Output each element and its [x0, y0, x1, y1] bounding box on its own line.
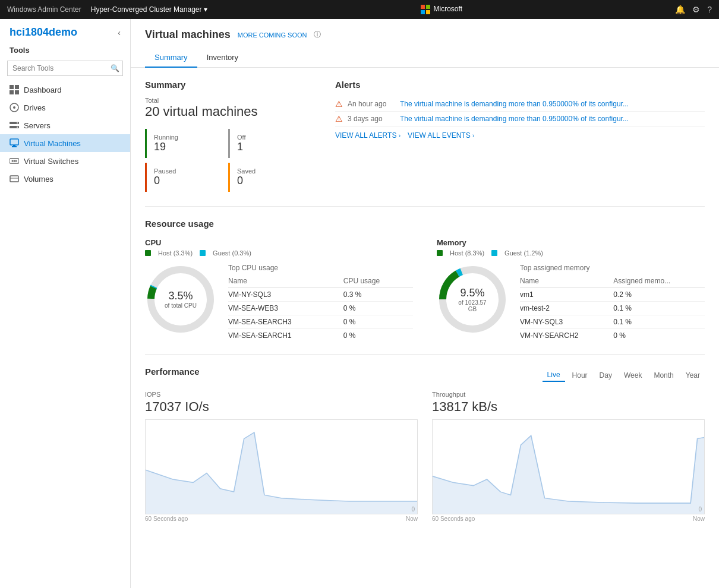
cpu-content: 3.5% of total CPU Top CPU usage Name: [145, 264, 413, 342]
time-btn-week[interactable]: Week: [619, 369, 647, 382]
cpu-guest-legend-dot: [200, 250, 206, 256]
memory-row-name: VM-NY-SEARCH2: [520, 329, 613, 343]
cpu-row-name: VM-SEA-SEARCH3: [228, 315, 343, 329]
more-coming-label[interactable]: MORE COMING SOON: [238, 31, 307, 39]
memory-legend: Host (8.3%) Guest (1.2%): [437, 249, 705, 257]
stat-saved-label: Saved: [237, 167, 299, 175]
sidebar-item-drives-label: Drives: [24, 103, 46, 112]
memory-col-name: Name: [520, 276, 613, 288]
memory-donut-sub: of 1023.57 GB: [455, 299, 490, 312]
cpu-table-row: VM-SEA-SEARCH10 %: [228, 329, 413, 343]
topbar: Windows Admin Center Hyper-Converged Clu…: [0, 0, 719, 19]
cpu-table-row: VM-NY-SQL30.3 %: [228, 288, 413, 302]
alert-text-2[interactable]: The virtual machine is demanding more th…: [400, 115, 705, 123]
servers-icon: [10, 121, 19, 130]
iops-label: IOPS: [145, 391, 418, 398]
dashboard-icon: [10, 85, 19, 94]
summary-left: Summary Total 20 virtual machines Runnin…: [145, 80, 311, 194]
alert-links: VIEW ALL ALERTS › VIEW ALL EVENTS ›: [335, 131, 705, 140]
search-icon: 🔍: [111, 64, 119, 72]
memory-section: Memory Host (8.3%) Guest (1.2%): [437, 238, 705, 342]
alert-time-2: 3 days ago: [348, 115, 395, 123]
svg-rect-21: [10, 176, 18, 182]
cpu-row-value: 0 %: [343, 302, 413, 315]
cpu-top-table: Top CPU usage Name CPU usage VM-NY-SQL30…: [228, 264, 413, 342]
alert-time-1: An hour ago: [348, 100, 395, 108]
tabs: Summary Inventory: [145, 48, 705, 67]
cpu-table-row: VM-SEA-WEB30 %: [228, 302, 413, 315]
cpu-top-table-title: Top CPU usage: [228, 264, 413, 272]
view-all-alerts-link[interactable]: VIEW ALL ALERTS ›: [335, 131, 401, 140]
sidebar-item-servers[interactable]: Servers: [0, 116, 130, 134]
svg-rect-5: [15, 85, 19, 89]
stat-off-value: 1: [237, 141, 299, 153]
iops-chart: 0: [145, 419, 418, 514]
page-header: Virtual machines MORE COMING SOON ⓘ Summ…: [131, 19, 719, 68]
sidebar-item-volumes[interactable]: Volumes: [0, 170, 130, 188]
time-btn-hour[interactable]: Hour: [567, 369, 592, 382]
view-all-events-link[interactable]: VIEW ALL EVENTS ›: [408, 131, 474, 140]
throughput-start-label: 60 Seconds ago: [432, 516, 475, 522]
sidebar-item-dashboard[interactable]: Dashboard: [0, 81, 130, 99]
cpu-table-row: VM-SEA-SEARCH30 %: [228, 315, 413, 329]
perf-cols: IOPS 17037 IO/s 0 60 Seconds ago Now: [145, 391, 705, 522]
stat-saved-value: 0: [237, 175, 299, 187]
topbar-cluster-manager[interactable]: Hyper-Converged Cluster Manager ▾: [91, 5, 208, 14]
page-title: Virtual machines: [145, 29, 231, 41]
search-input[interactable]: [7, 61, 123, 76]
help-icon[interactable]: ?: [707, 5, 712, 14]
sidebar-item-virtual-switches[interactable]: Virtual Switches: [0, 152, 130, 170]
svg-marker-30: [433, 435, 704, 514]
time-btn-month[interactable]: Month: [649, 369, 678, 382]
stat-running: Running 19: [145, 129, 223, 158]
sidebar: hci1804demo ‹ Tools 🔍 Dashboard Drives S…: [0, 19, 131, 588]
time-btn-year[interactable]: Year: [681, 369, 705, 382]
alert-error-icon-2: ⚠: [335, 114, 343, 124]
svg-rect-4: [10, 85, 14, 89]
collapse-button[interactable]: ‹: [118, 28, 121, 37]
tab-inventory[interactable]: Inventory: [197, 48, 248, 68]
settings-icon[interactable]: ⚙: [692, 5, 700, 14]
memory-table-row: VM-NY-SEARCH20 %: [520, 329, 705, 343]
memory-row-name: vm1: [520, 288, 613, 302]
sidebar-item-volumes-label: Volumes: [24, 175, 53, 184]
memory-host-legend-label: Host (8.3%): [450, 249, 484, 257]
memory-guest-legend-dot: [491, 250, 497, 256]
sidebar-item-virtual-switches-label: Virtual Switches: [24, 157, 78, 166]
time-btn-day[interactable]: Day: [595, 369, 617, 382]
perf-title: Performance: [145, 366, 200, 377]
iops-start-label: 60 Seconds ago: [145, 516, 188, 522]
cpu-row-name: VM-SEA-WEB3: [228, 302, 343, 315]
total-count: 20 virtual machines: [145, 104, 311, 119]
main-content: Virtual machines MORE COMING SOON ⓘ Summ…: [131, 19, 719, 588]
cpu-host-legend-label: Host (3.3%): [158, 249, 193, 257]
svg-rect-14: [10, 139, 18, 145]
cpu-guest-legend-label: Guest (0.3%): [213, 249, 251, 257]
throughput-label: Throughput: [432, 391, 705, 398]
svg-marker-29: [146, 432, 417, 514]
alert-error-icon-1: ⚠: [335, 99, 343, 109]
memory-table-row: vm-test-20.1 %: [520, 302, 705, 315]
iops-chart-labels: 60 Seconds ago Now: [145, 516, 418, 522]
volumes-icon: [10, 174, 19, 184]
vm-icon: [10, 138, 19, 148]
stat-saved: Saved 0: [228, 163, 307, 192]
cluster-title: hci1804demo: [10, 26, 77, 39]
time-btn-live[interactable]: Live: [543, 369, 565, 382]
switch-icon: [10, 156, 19, 166]
alert-text-1[interactable]: The virtual machine is demanding more th…: [400, 100, 705, 108]
cpu-col-name: Name: [228, 276, 343, 288]
sidebar-item-virtual-machines[interactable]: Virtual Machines: [0, 134, 130, 152]
svg-rect-16: [13, 145, 15, 146]
stat-paused-value: 0: [154, 175, 216, 187]
notification-icon[interactable]: 🔔: [675, 5, 685, 14]
dropdown-icon: ▾: [204, 5, 207, 14]
tab-summary[interactable]: Summary: [145, 48, 197, 68]
svg-rect-0: [421, 5, 425, 9]
perf-header: Performance LiveHourDayWeekMonthYear: [145, 366, 705, 384]
stat-running-label: Running: [154, 134, 216, 141]
sidebar-item-drives[interactable]: Drives: [0, 99, 130, 116]
sidebar-item-servers-label: Servers: [24, 121, 51, 130]
tools-header: Tools: [0, 43, 130, 58]
cpu-host-legend-dot: [145, 250, 151, 256]
